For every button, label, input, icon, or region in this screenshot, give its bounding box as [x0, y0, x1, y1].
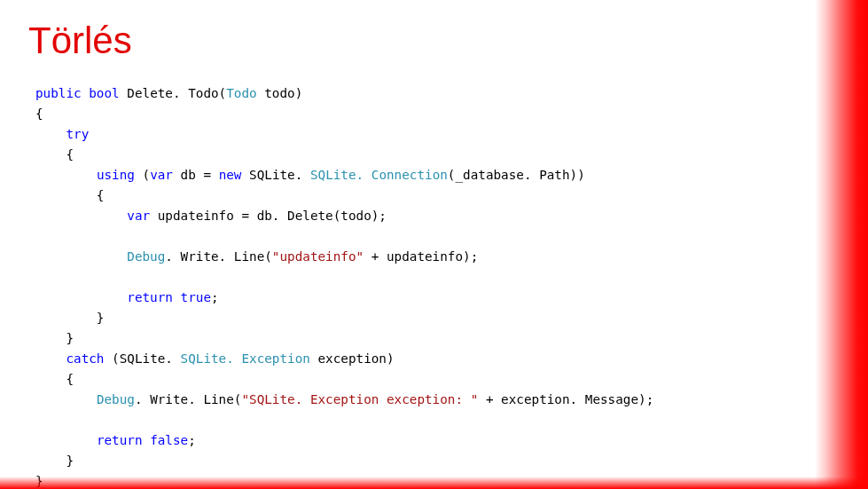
brace: } [35, 454, 74, 468]
brace: { [35, 106, 43, 121]
type-sqliteexception: SQLite. Exception [181, 351, 310, 366]
kw-return: return [127, 290, 173, 304]
type-debug: Debug [97, 392, 135, 406]
type-todo: Todo [226, 86, 256, 100]
indent [35, 127, 66, 141]
kw-true: true [181, 290, 211, 304]
brace: { [35, 188, 104, 202]
slide-page: { "title": "Törlés", "code": { "l01a": "… [0, 0, 868, 489]
type-sqliteconnection: SQLite. Connection [310, 168, 448, 182]
text: + exception. Message); [478, 392, 653, 406]
brace: } [35, 311, 104, 325]
indent [35, 392, 97, 406]
text: (_database. Path)) [448, 168, 585, 182]
text: Delete. Todo( [120, 86, 227, 100]
slide-title: Törlés [28, 20, 132, 62]
kw-return: return [97, 433, 143, 447]
indent [35, 249, 127, 264]
text: db = [173, 168, 219, 182]
text [143, 433, 151, 447]
type-debug: Debug [127, 249, 165, 264]
kw-new: new [219, 168, 242, 182]
text [173, 290, 181, 304]
text: . Write. Line( [165, 249, 272, 264]
kw-try: try [66, 127, 89, 141]
brace: { [35, 147, 74, 162]
text: exception) [310, 351, 395, 366]
kw-catch: catch [66, 351, 104, 366]
indent [35, 433, 97, 447]
kw-false: false [150, 433, 188, 447]
text: SQLite. [241, 168, 309, 182]
text: (SQLite. [104, 351, 180, 366]
indent [35, 209, 127, 223]
string-literal: "updateinfo" [272, 249, 364, 264]
text: updateinfo = db. Delete(todo); [150, 209, 387, 223]
text: ; [188, 433, 196, 447]
text: ( [135, 168, 150, 182]
text: . Write. Line( [135, 392, 242, 406]
kw-bool: bool [89, 86, 119, 100]
kw-using: using [97, 168, 135, 182]
indent [35, 290, 127, 304]
text: + updateinfo); [364, 249, 478, 264]
indent [35, 351, 66, 366]
text: todo) [257, 86, 303, 100]
brace: } [35, 331, 74, 345]
brace: } [35, 474, 43, 488]
kw-var: var [127, 209, 150, 223]
code-block: public bool Delete. Todo(Todo todo) { tr… [35, 83, 653, 489]
indent [35, 168, 97, 182]
kw-public: public [35, 86, 82, 100]
right-edge-gradient [815, 0, 868, 489]
string-literal: "SQLite. Exception exception: " [241, 392, 478, 406]
brace: { [35, 372, 74, 386]
text: ; [211, 290, 219, 304]
kw-var: var [150, 168, 173, 182]
